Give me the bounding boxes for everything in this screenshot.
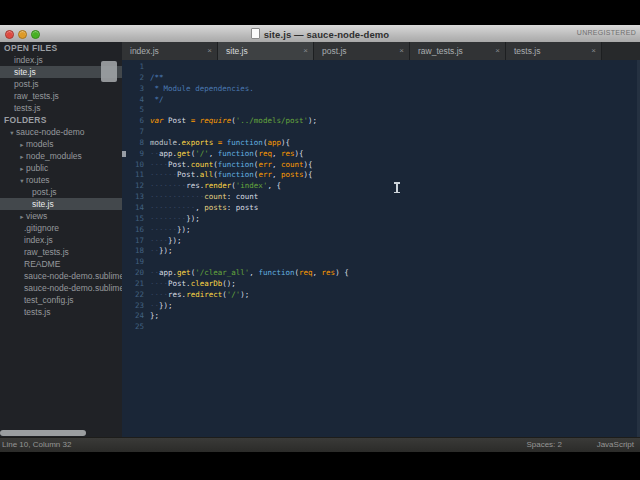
tab-close-icon[interactable]: × [207,42,212,60]
item-label: raw_tests.js [24,247,69,257]
folder-sauce-node-demo[interactable]: ▾sauce-node-demo [0,126,122,138]
code-line-25[interactable]: 25 [122,322,640,333]
code-line-22[interactable]: 22····res.redirect('/'); [122,290,640,301]
folder-routes[interactable]: ▾routes [0,174,122,186]
token-plain: Post. [177,170,200,179]
tab-close-icon[interactable]: × [591,42,596,60]
window-titlebar[interactable]: site.js — sauce-node-demo UNREGISTERED [0,25,640,43]
code-line-7[interactable]: 7 [122,127,640,138]
file-index.js[interactable]: index.js [0,234,122,246]
file-README[interactable]: README [0,258,122,270]
sidebar-horizontal-scrollbar[interactable] [0,430,86,436]
tab-close-icon[interactable]: × [399,42,404,60]
tab-close-icon[interactable]: × [495,42,500,60]
file-sauce-node-demo.sublime-proj[interactable]: sauce-node-demo.sublime-proj [0,270,122,282]
folder-tree: ▾sauce-node-demo▸models▸node_modules▸pub… [0,126,122,318]
token-whitespace: ········ [150,181,186,190]
token-plain: ); [308,116,317,125]
file-test_config.js[interactable]: test_config.js [0,294,122,306]
code-line-19[interactable]: 19 [122,257,640,268]
token-plain: res. [168,290,186,299]
code-line-24[interactable]: 24}; [122,311,640,322]
line-number: 12 [122,181,150,192]
code-line-3[interactable]: 3 * Module dependencies. [122,84,640,95]
token-plain: }); [168,236,182,245]
file-.gitignore[interactable]: .gitignore [0,222,122,234]
syntax-setting[interactable]: JavaScript [597,438,634,452]
token-function: function [218,160,254,169]
token-plain: }); [159,301,173,310]
tab-label: tests.js [514,46,540,56]
file-tests.js[interactable]: tests.js [0,306,122,318]
file-post.js[interactable]: post.js [0,186,122,198]
token-param: posts [281,170,304,179]
code-line-18[interactable]: 18··}); [122,246,640,257]
tab-label: raw_tests.js [418,46,463,56]
file-raw_tests.js[interactable]: raw_tests.js [0,246,122,258]
code-line-6[interactable]: 6var Post = require('../models/post'); [122,116,640,127]
folder-node_modules[interactable]: ▸node_modules [0,150,122,162]
open-file-tests.js[interactable]: tests.js [0,102,122,114]
file-sauce-node-demo.sublime-wor[interactable]: sauce-node-demo.sublime-wor [0,282,122,294]
code-line-21[interactable]: 21····Post.clearDb(); [122,279,640,290]
code-line-4[interactable]: 4 */ [122,95,640,106]
item-label: tests.js [24,307,50,317]
token-method: exports [182,138,214,147]
code-line-1[interactable]: 1 [122,62,640,73]
line-number: 7 [122,127,150,138]
line-number: 5 [122,105,150,116]
folder-closed-arrow-icon[interactable]: ▸ [18,211,26,222]
code-line-14[interactable]: 14··········, posts: posts [122,203,640,214]
folder-closed-arrow-icon[interactable]: ▸ [18,151,26,162]
tab-index.js[interactable]: index.js× [122,42,218,60]
token-plain: ){ [295,149,304,158]
token-plain: , [272,170,281,179]
open-file-raw_tests.js[interactable]: raw_tests.js [0,90,122,102]
tab-site.js[interactable]: site.js× [218,42,314,60]
tab-tests.js[interactable]: tests.js× [506,42,602,60]
file-site.js[interactable]: site.js [0,198,122,210]
sidebar-vertical-scrollbar[interactable] [101,61,117,82]
token-plain: , [313,268,322,277]
folder-views[interactable]: ▸views [0,210,122,222]
token-whitespace: ···· [150,279,168,288]
item-label: post.js [32,187,57,197]
code-line-16[interactable]: 16······}); [122,225,640,236]
item-label: raw_tests.js [14,91,59,101]
folder-open-arrow-icon[interactable]: ▾ [18,175,26,186]
folder-closed-arrow-icon[interactable]: ▸ [18,139,26,150]
code-line-2[interactable]: 2/** [122,73,640,84]
code-line-9[interactable]: 9··app.get('/', function(req, res){ [122,149,640,160]
code-line-15[interactable]: 15········}); [122,214,640,225]
code-line-10[interactable]: 10····Post.count(function(err, count){ [122,160,640,171]
code-editor[interactable]: 12/**3 * Module dependencies.4 */56var P… [122,60,640,438]
folder-models[interactable]: ▸models [0,138,122,150]
code-line-17[interactable]: 17····}); [122,236,640,247]
item-label: tests.js [14,103,40,113]
code-line-20[interactable]: 20··app.get('/clear_all', function(req, … [122,268,640,279]
tab-raw_tests.js[interactable]: raw_tests.js× [410,42,506,60]
folder-open-arrow-icon[interactable]: ▾ [8,127,16,138]
item-label: models [26,139,53,149]
folder-public[interactable]: ▸public [0,162,122,174]
tab-close-icon[interactable]: × [303,42,308,60]
code-line-8[interactable]: 8module.exports = function(app){ [122,138,640,149]
token-module: module [150,138,177,147]
indentation-setting[interactable]: Spaces: 2 [526,438,562,452]
open-files-header: OPEN FILES [0,42,122,54]
code-line-5[interactable]: 5 [122,105,640,116]
code-line-23[interactable]: 23··}); [122,301,640,312]
ibeam-mouse-cursor [393,182,400,193]
folder-closed-arrow-icon[interactable]: ▸ [18,163,26,174]
code-line-12[interactable]: 12········res.render('index', { [122,181,640,192]
token-whitespace: ···· [150,236,168,245]
tab-post.js[interactable]: post.js× [314,42,410,60]
token-whitespace: ············ [150,192,204,201]
token-function: function [218,149,254,158]
line-number: 25 [122,322,150,333]
token-comment: /** [150,73,164,82]
code-line-13[interactable]: 13············count: count [122,192,640,203]
code-line-11[interactable]: 11······Post.all(function(err, posts){ [122,170,640,181]
item-label: .gitignore [24,223,59,233]
token-whitespace: ······ [150,225,177,234]
